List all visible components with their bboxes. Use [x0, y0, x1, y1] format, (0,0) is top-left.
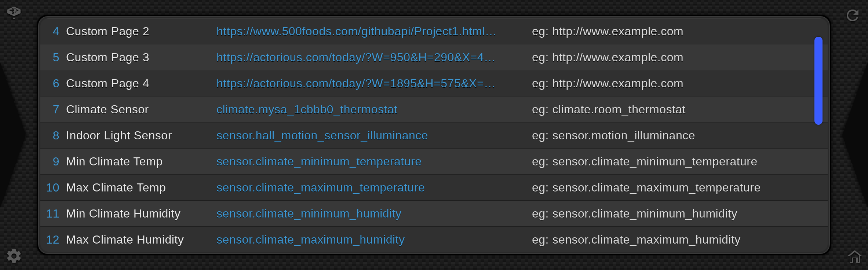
settings-panel: 4 Custom Page 2 https://www.500foods.com…: [37, 15, 831, 255]
row-value[interactable]: climate.mysa_1cbbb0_thermostat: [216, 103, 532, 116]
row-index: 12: [40, 233, 66, 247]
row-label: Custom Page 4: [66, 77, 216, 90]
home-icon[interactable]: [845, 247, 865, 267]
settings-row[interactable]: 12 Max Climate Humidity sensor.climate_m…: [40, 227, 828, 252]
row-index: 10: [40, 181, 66, 194]
row-value[interactable]: sensor.climate_maximum_humidity: [216, 233, 532, 247]
row-index: 11: [40, 207, 66, 220]
settings-row[interactable]: 9 Min Climate Temp sensor.climate_minimu…: [40, 149, 828, 175]
settings-row[interactable]: 4 Custom Page 2 https://www.500foods.com…: [40, 18, 828, 44]
row-example: eg: http://www.example.com: [532, 25, 806, 38]
settings-rows: 4 Custom Page 2 https://www.500foods.com…: [40, 18, 828, 252]
row-label: Indoor Light Sensor: [66, 129, 216, 142]
row-value[interactable]: sensor.hall_motion_sensor_illuminance: [216, 129, 532, 142]
row-label: Min Climate Temp: [66, 155, 216, 168]
row-example: eg: sensor.climate_minimum_temperature: [532, 155, 806, 168]
row-example: eg: climate.room_thermostat: [532, 103, 806, 116]
left-edge-decoration: [0, 62, 26, 208]
row-label: Climate Sensor: [66, 103, 216, 116]
row-value[interactable]: https://actorious.com/today/?W=950&H=290…: [216, 51, 532, 64]
settings-row[interactable]: 11 Min Climate Humidity sensor.climate_m…: [40, 201, 828, 227]
settings-row[interactable]: 7 Climate Sensor climate.mysa_1cbbb0_the…: [40, 96, 828, 123]
scrollbar-track[interactable]: [814, 22, 823, 248]
row-index: 6: [40, 77, 66, 90]
row-value[interactable]: sensor.climate_minimum_temperature: [216, 155, 532, 168]
row-value[interactable]: https://www.500foods.com/githubapi/Proje…: [216, 25, 532, 38]
row-example: eg: sensor.motion_illuminance: [532, 129, 806, 142]
settings-row[interactable]: 6 Custom Page 4 https://actorious.com/to…: [40, 70, 828, 96]
row-index: 4: [40, 25, 66, 38]
row-value[interactable]: https://actorious.com/today/?W=1895&H=57…: [216, 77, 532, 90]
gear-icon[interactable]: [4, 246, 24, 266]
scrollbar-thumb[interactable]: [814, 37, 823, 125]
settings-row[interactable]: 8 Indoor Light Sensor sensor.hall_motion…: [40, 123, 828, 149]
row-label: Max Climate Humidity: [66, 233, 216, 247]
row-example: eg: sensor.climate_maximum_humidity: [532, 233, 806, 247]
right-edge-decoration: [842, 62, 868, 208]
refresh-icon[interactable]: [842, 5, 863, 26]
help-icon[interactable]: [4, 4, 24, 24]
row-example: eg: sensor.climate_minimum_humidity: [532, 207, 806, 220]
row-label: Custom Page 2: [66, 25, 216, 38]
row-label: Max Climate Temp: [66, 181, 216, 194]
row-label: Custom Page 3: [66, 51, 216, 64]
row-index: 8: [40, 129, 66, 142]
settings-row[interactable]: 10 Max Climate Temp sensor.climate_maxim…: [40, 175, 828, 201]
row-index: 7: [40, 103, 66, 116]
row-example: eg: http://www.example.com: [532, 51, 806, 64]
row-index: 5: [40, 51, 66, 64]
settings-row[interactable]: 5 Custom Page 3 https://actorious.com/to…: [40, 44, 828, 70]
settings-scroll-area[interactable]: 4 Custom Page 2 https://www.500foods.com…: [40, 18, 828, 252]
row-example: eg: http://www.example.com: [532, 77, 806, 90]
row-example: eg: sensor.climate_maximum_temperature: [532, 181, 806, 194]
row-label: Min Climate Humidity: [66, 207, 216, 220]
row-index: 9: [40, 155, 66, 168]
row-value[interactable]: sensor.climate_minimum_humidity: [216, 207, 532, 220]
row-value[interactable]: sensor.climate_maximum_temperature: [216, 181, 532, 194]
